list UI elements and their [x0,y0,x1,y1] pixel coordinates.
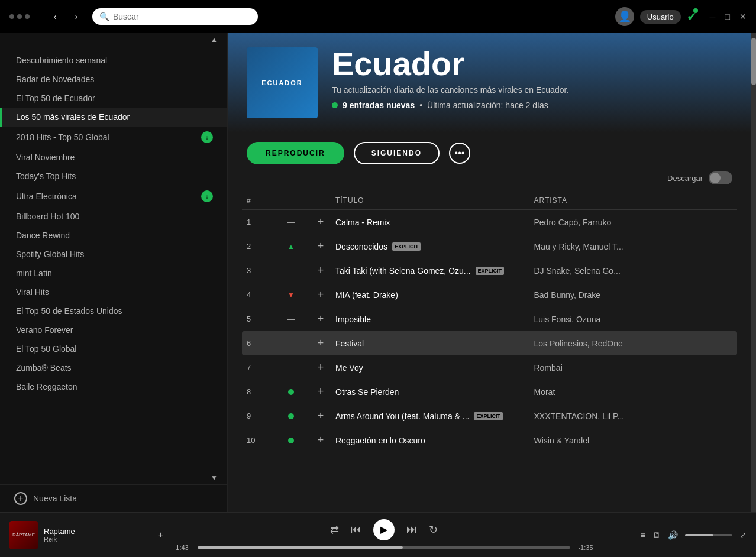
sidebar-item-bailereggaeton[interactable]: Baile Reggaeton [0,377,227,396]
search-icon: 🔍 [99,12,109,21]
forward-button[interactable]: › [67,8,85,25]
sidebar-item-radar[interactable]: Radar de Novedades [0,70,227,89]
search-input[interactable] [113,12,251,21]
track-title-cell: Imposible [335,315,534,324]
track-row[interactable]: 2▲+DesconocidosEXPLICITMau y Ricky, Manu… [242,234,737,258]
playlist-title: Ecuador [332,47,732,80]
track-add-button[interactable]: + [306,434,335,446]
track-row[interactable]: 8+Otras Se PierdenMorat [242,380,737,404]
sidebar-item-top50ecuador[interactable]: El Top 50 de Ecuador [0,89,227,108]
track-add-button[interactable]: + [306,361,335,374]
sidebar-item-todaystophits[interactable]: Today's Top Hits [0,167,227,186]
fullscreen-button[interactable]: ⤢ [739,530,747,540]
change-neutral-icon: — [287,339,295,348]
track-artist: Pedro Capó, Farruko [534,218,733,227]
sidebar-item-label: Baile Reggaeton [16,382,213,391]
track-title: MIA (feat. Drake) [335,290,398,300]
following-button[interactable]: SIGUIENDO [354,142,440,164]
sidebar-item-label: Los 50 más virales de Ecuador [16,112,213,122]
track-row[interactable]: 3—+Taki Taki (with Selena Gomez, Ozu...E… [242,258,737,283]
track-add-button[interactable]: + [306,216,335,228]
track-add-button[interactable]: + [306,240,335,252]
now-track-artist: Reik [44,536,152,543]
track-row[interactable]: 9+Arms Around You (feat. Maluma & ...EXP… [242,404,737,428]
track-add-button[interactable]: + [306,289,335,301]
top-right-controls: 👤 Usuario ✔ ─ □ ✕ [615,7,747,26]
track-add-button[interactable]: + [306,337,335,349]
playlist-header: ECUADOR Ecuador Tu actualización diaria … [228,33,751,132]
shuffle-button[interactable]: ⇄ [330,523,339,536]
track-add-button[interactable]: + [306,386,335,398]
sidebar-item-top50estados[interactable]: El Top 50 de Estados Unidos [0,302,227,320]
track-change-indicator: ▼ [276,291,306,299]
play-pause-button[interactable]: ▶ [373,519,395,540]
new-list-button[interactable]: + Nueva Lista [0,484,227,512]
sidebar-item-top50global[interactable]: El Top 50 Global [0,339,227,358]
repeat-button[interactable]: ↻ [429,523,438,536]
track-row[interactable]: 4▼+MIA (feat. Drake)Bad Bunny, Drake [242,283,737,307]
sidebar-item-viralnoviembre[interactable]: Viral Noviembre [0,148,227,167]
close-button[interactable]: ✕ [739,12,747,21]
sidebar-item-ultraelectronica[interactable]: Ultra Electrónica↓ [0,186,227,207]
sidebar-item-spotifyglobal[interactable]: Spotify Global Hits [0,245,227,264]
track-change-indicator: — [276,339,306,348]
sidebar-item-virales[interactable]: Los 50 más virales de Ecuador [0,108,227,127]
search-bar[interactable]: 🔍 [92,8,258,25]
track-add-button[interactable]: + [306,313,335,325]
track-artist: XXXTENTACION, Lil P... [534,412,733,421]
change-neutral-icon: — [287,218,295,226]
track-row[interactable]: 1—+Calma - RemixPedro Capó, Farruko [242,210,737,234]
track-row[interactable]: 6—+FestivalLos Polinesios, RedOne [242,331,737,355]
back-button[interactable]: ‹ [46,8,64,25]
minimize-button[interactable]: ─ [710,12,716,21]
track-artist: Morat [534,387,733,397]
track-title: Otras Se Pierden [335,387,399,397]
sidebar-item-billboard[interactable]: Billboard Hot 100 [0,207,227,226]
track-add-button[interactable]: + [306,410,335,422]
download-toggle[interactable] [709,171,732,184]
track-number: 7 [247,363,276,372]
previous-button[interactable]: ⏮ [351,523,361,536]
play-button[interactable]: REPRODUCIR [247,142,344,164]
sidebar-item-veranoforever[interactable]: Verano Forever [0,320,227,339]
track-title-cell: Taki Taki (with Selena Gomez, Ozu...EXPL… [335,266,534,276]
track-number: 9 [247,412,276,420]
player-right-controls: ≡ 🖥 🔊 ⤢ [605,530,747,540]
sidebar-scroll-up[interactable]: ▲ [211,35,218,44]
sidebar-item-descubrimiento[interactable]: Descubrimiento semanal [0,51,227,70]
right-scrollbar[interactable] [751,33,756,512]
next-button[interactable]: ⏭ [406,523,417,536]
sidebar-scroll-down[interactable]: ▼ [211,474,218,482]
sidebar-item-label: 2018 Hits - Top 50 Global [16,132,201,142]
col-change [276,196,306,205]
explicit-badge: EXPLICIT [476,267,505,275]
track-row[interactable]: 7—+Me VoyRombai [242,355,737,380]
queue-button[interactable]: ≡ [641,530,645,540]
track-title-cell: MIA (feat. Drake) [335,290,534,300]
meta-separator: • [419,101,422,110]
track-title-cell: Arms Around You (feat. Maluma & ...EXPLI… [335,412,534,421]
sidebar-item-zumba[interactable]: Zumba® Beats [0,358,227,377]
volume-bar[interactable] [685,534,732,536]
track-row[interactable]: 5—+ImposibleLuis Fonsi, Ozuna [242,307,737,331]
sidebar-item-label: El Top 50 de Estados Unidos [16,306,213,316]
more-button[interactable]: ••• [449,143,470,164]
track-title-cell: Otras Se Pierden [335,387,534,397]
track-row[interactable]: 10+Reggaetón en lo OscuroWisin & Yandel [242,428,737,452]
user-label[interactable]: Usuario [640,10,681,24]
track-add-button[interactable]: + [306,264,335,277]
progress-bar[interactable] [198,546,570,549]
sidebar-item-hits2018[interactable]: 2018 Hits - Top 50 Global↓ [0,127,227,148]
sidebar-item-dancerewind[interactable]: Dance Rewind [0,226,227,245]
sidebar-item-mintlatin[interactable]: mint Latin [0,264,227,283]
track-title-cell: Calma - Remix [335,218,534,227]
progress-fill [198,546,403,549]
track-rows-container: 1—+Calma - RemixPedro Capó, Farruko2▲+De… [242,210,737,452]
user-avatar[interactable]: 👤 [615,7,634,26]
sidebar-item-viralhits[interactable]: Viral Hits [0,283,227,302]
maximize-button[interactable]: □ [725,12,730,21]
change-new-icon [288,389,294,395]
add-to-library-button[interactable]: + [158,530,163,540]
devices-button[interactable]: 🖥 [652,530,661,540]
time-elapsed: 1:43 [173,544,192,551]
